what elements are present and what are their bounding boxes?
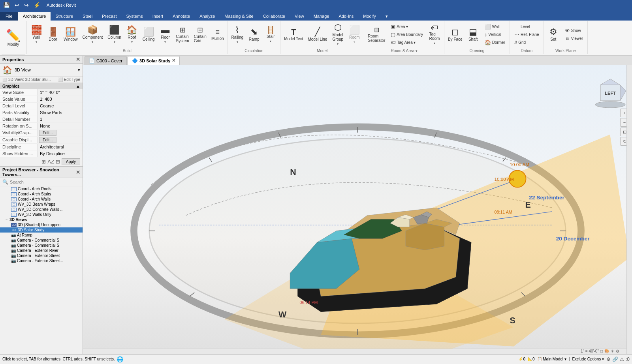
exclude-dropdown[interactable]: ▾ [602,357,604,361]
dormer-button[interactable]: 🏠Dormer [483,39,507,46]
pb-item-wv-concrete[interactable]: □ WV_3D Concrete Walls ... [0,207,83,212]
status-link-icon[interactable]: 🔗 [612,356,618,362]
wall-button[interactable]: 🧱 Wall ▾ [28,24,44,45]
status-warning-icon[interactable]: ⚠ [620,356,624,362]
pb-item-coord-stairs[interactable]: □ Coord - Arch Stairs [0,191,83,197]
roof-button[interactable]: 🏠 Roof ▾ [124,24,140,45]
tab-collaborate[interactable]: Collaborate [258,12,290,21]
pb-item-cam-commercial-2[interactable]: 📷 Camera - Commercial S [0,243,83,248]
pb-item-wv-walls-only[interactable]: □ WV_3D Walls Only [0,212,83,217]
qa-save[interactable]: 💾 [2,1,11,9]
graphics-collapse[interactable]: ▲ [76,84,80,88]
tab-analyze[interactable]: Analyze [195,12,220,21]
pb-item-3d-views-folder[interactable]: − 3D Views [0,217,83,222]
tab-massing[interactable]: Massing & Site [220,12,258,21]
model-group-button[interactable]: ⬡ ModelGroup ▾ [330,22,346,47]
pb-item-cam-commercial-1[interactable]: 📷 Camera - Commercial S [0,238,83,243]
prop-sort-icon[interactable]: ⊞ [41,159,46,165]
status-model-selector[interactable]: 📋 Main Model ▾ [537,357,566,361]
tab-structure[interactable]: Structure [51,12,78,21]
area-button[interactable]: ▣Area ▾ [389,23,425,30]
pb-close[interactable]: ✕ [76,169,80,175]
tab-more[interactable]: ▾ [381,12,393,21]
grid-button[interactable]: #Grid [512,39,541,46]
shaft-button[interactable]: ⬓ Shaft [465,26,481,43]
ref-plane-button[interactable]: ⋯Ref. Plane [512,31,541,38]
prop-filter-icon[interactable]: ⊟ [56,159,60,165]
tab-manage[interactable]: Manage [309,12,334,21]
curtain-system-button[interactable]: ⊞ CurtainSystem [174,25,191,44]
search-input[interactable] [10,180,80,184]
graphic-display-edit-btn[interactable]: Edit... [39,137,56,143]
railing-button[interactable]: ⌇ Railing ▾ [229,24,246,45]
scrollbar-vertical[interactable] [626,65,632,354]
room-button[interactable]: ⬜ Room ▾ [346,24,362,45]
curtain-grid-button[interactable]: ⊟ CurtainGrid [192,25,209,44]
tab-precast[interactable]: Precast [97,12,121,21]
pb-item-cam-exterior-street-2[interactable]: 📷 Camera - Exterior Street... [0,258,83,263]
door-button[interactable]: 🚪 Door [45,26,61,43]
pb-item-cam-exterior-street-1[interactable]: 📷 Camera - Exterior Street [0,253,83,258]
vertical-button[interactable]: ↕Vertical [483,31,507,38]
stair-button[interactable]: 🪜 Stair ▾ [263,25,278,44]
tab-view[interactable]: View [290,12,309,21]
3d-active-icon: 3D [11,228,17,232]
modify-button[interactable]: ✏️ Modify [2,22,25,54]
mullion-button[interactable]: ≡ Mullion [209,27,226,42]
pb-item-3d-shaded[interactable]: 3D 3D (Shaded) Uncroppec [0,222,83,227]
window-button[interactable]: 🪟 Window [62,26,80,43]
set-button[interactable]: ⚙ Set [545,26,561,43]
model-text-button[interactable]: T Model Text [282,27,305,42]
tag-area-button[interactable]: 🏷Tag Area ▾ [389,39,425,46]
component-button[interactable]: 📦 Component ▾ [81,24,105,45]
wall-opening-button[interactable]: ⬜Wall [483,23,507,30]
room-separator-button[interactable]: ⊟ RoomSeparator [366,26,387,44]
prop-alpha-icon[interactable]: AZ [47,159,54,165]
column-button[interactable]: ⬛ Column ▾ [105,24,123,45]
group-room-area: ⊟ RoomSeparator ▣Area ▾ ▢Area Boundary 🏷… [364,21,444,54]
pb-item-cam-exterior-river[interactable]: 📷 Camera - Exterior River [0,248,83,253]
qa-undo[interactable]: ↩ [13,1,21,9]
status-config-icon[interactable]: ⚙ [606,356,611,362]
tab-systems[interactable]: Systems [121,12,147,21]
pb-item-coord-walls[interactable]: □ Coord - Arch Walls [0,197,83,202]
doc-tab-close[interactable]: ✕ [172,58,175,63]
scrollbar-horizontal[interactable]: 1" = 40'-0" □ 🎨 ☀ ⚙ [83,349,626,354]
ramp-button[interactable]: ⬊ Ramp [246,26,262,43]
floor-button[interactable]: ▬ Floor ▾ [157,24,173,45]
tab-annotate[interactable]: Annotate [168,12,195,21]
ceiling-button[interactable]: ⬜ Ceiling [141,26,157,43]
model-line-button[interactable]: ╱ Model Line [306,26,329,43]
pb-item-coord-roofs[interactable]: □ Coord - Arch Roofs [0,186,83,191]
viewport[interactable]: N W S E 10:00 AM 10:00 AM 08:11 AM 06:14… [83,65,632,354]
pb-item-wv-beam[interactable]: □ WV_3D Beam Wraps [0,202,83,207]
pb-item-3d-solar-study[interactable]: 3D 3D Solar Study [0,227,83,233]
exclude-options[interactable]: Exclude Options ▾ [572,357,604,361]
prop-type-dropdown[interactable]: ▾ [78,68,80,73]
graphics-section-header[interactable]: Graphics ▲ [0,83,83,89]
svg-text:S: S [510,316,515,325]
tab-modify[interactable]: Modify [358,12,380,21]
tab-file[interactable]: File [0,12,18,21]
area-boundary-button[interactable]: ▢Area Boundary [389,31,425,38]
tag-room-button[interactable]: 🏷 TagRoom ▾ [427,23,442,46]
by-face-button[interactable]: ◻ By Face [446,26,465,43]
status-model-dropdown[interactable]: ▾ [564,357,566,361]
level-button[interactable]: —Level [512,23,541,30]
tab-addins[interactable]: Add-Ins [334,12,358,21]
tab-architecture[interactable]: Architecture [18,12,51,21]
apply-button[interactable]: Apply [62,158,80,165]
viewer-button[interactable]: 🖥Viewer [563,35,585,42]
doc-tab-cover[interactable]: 📄 G000 - Cover [85,56,127,65]
properties-close[interactable]: ✕ [76,56,80,62]
qa-redo[interactable]: ↪ [23,1,30,9]
tab-insert[interactable]: Insert [148,12,168,21]
qa-sync[interactable]: ⚡ [32,1,42,9]
prop-edit-type[interactable]: ⬜ Edit Type [58,77,80,82]
doc-tab-solar[interactable]: 🔷 3D Solar Study ✕ [128,56,180,65]
pb-item-at-ramp[interactable]: 📷 At Ramp [0,233,83,238]
show-button[interactable]: 👁Show [563,27,585,34]
tab-steel[interactable]: Steel [78,12,97,21]
visibility-edit-btn[interactable]: Edit... [39,130,56,136]
color-icon: 🎨 [604,349,609,353]
